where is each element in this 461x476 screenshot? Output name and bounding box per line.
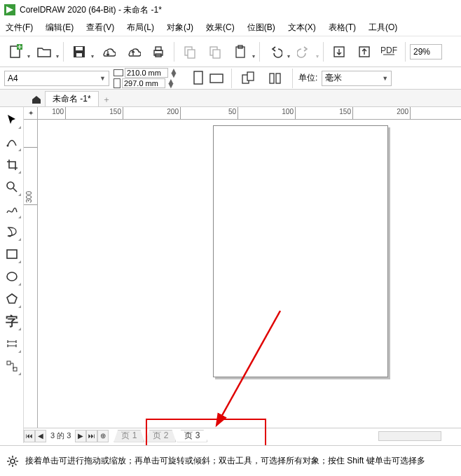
- doc-tabbar: 未命名 -1* ＋: [0, 90, 461, 107]
- menu-edit[interactable]: 编辑(E): [46, 22, 74, 34]
- doc-tab[interactable]: 未命名 -1*: [45, 91, 99, 106]
- chevron-down-icon[interactable]: ▾: [252, 53, 255, 59]
- next-page-button[interactable]: ▶: [75, 430, 86, 442]
- canvas[interactable]: ✦ 100 150 200 50 100 150 200 300: [24, 107, 461, 443]
- svg-rect-3: [76, 47, 83, 50]
- svg-rect-28: [13, 368, 17, 371]
- chevron-down-icon[interactable]: ▾: [316, 53, 319, 59]
- pages-facing-button[interactable]: [238, 67, 260, 90]
- toolbox: 字: [0, 107, 24, 443]
- cloud-down-button[interactable]: [97, 41, 119, 63]
- ruler-origin[interactable]: ✦: [24, 107, 38, 120]
- page-tab-3[interactable]: 页 3: [177, 430, 207, 442]
- import-button[interactable]: [328, 41, 350, 63]
- rectangle-tool[interactable]: [2, 244, 22, 264]
- new-button[interactable]: [4, 41, 27, 63]
- save-button[interactable]: [68, 41, 90, 63]
- home-icon[interactable]: [28, 92, 45, 106]
- zoom-combo[interactable]: 29%: [410, 44, 442, 59]
- pdf-button[interactable]: PDF: [378, 41, 401, 63]
- svg-point-24: [7, 182, 14, 189]
- add-page-button[interactable]: ⊕: [97, 430, 109, 442]
- prev-page-button[interactable]: ◀: [35, 430, 46, 442]
- landscape-button[interactable]: [209, 72, 226, 85]
- open-button[interactable]: [33, 41, 55, 63]
- svg-rect-4: [76, 53, 82, 57]
- last-page-button[interactable]: ⏭: [86, 430, 97, 442]
- portrait-button[interactable]: [192, 70, 205, 87]
- doc-tab-label: 未命名 -1*: [53, 93, 91, 105]
- connector-tool[interactable]: [2, 356, 22, 376]
- ellipse-tool[interactable]: [2, 267, 22, 286]
- svg-point-26: [7, 272, 17, 281]
- page-count: 3 的 3: [46, 430, 75, 441]
- pick-tool[interactable]: [2, 110, 22, 130]
- text-tool[interactable]: 字: [2, 312, 22, 331]
- unit-combo[interactable]: 毫米 ▼: [322, 71, 392, 86]
- gear-icon[interactable]: [6, 454, 20, 468]
- ruler-horizontal[interactable]: 100 150 200 50 100 150 200: [38, 107, 461, 120]
- svg-rect-22: [276, 74, 280, 83]
- chevron-down-icon[interactable]: ▾: [287, 53, 290, 59]
- width-icon: [113, 69, 123, 76]
- paper-size-combo[interactable]: A4 ▼: [4, 71, 109, 86]
- page-dimensions: ▲▼ ▲▼: [113, 68, 178, 88]
- menu-view[interactable]: 查看(V): [86, 22, 114, 34]
- page-width-input[interactable]: [125, 68, 168, 78]
- svg-rect-20: [247, 72, 254, 80]
- svg-rect-21: [270, 74, 274, 83]
- copy-button[interactable]: [179, 41, 201, 63]
- svg-rect-11: [213, 50, 220, 58]
- chevron-down-icon[interactable]: ▾: [27, 53, 30, 59]
- menu-tools[interactable]: 工具(O): [369, 22, 397, 34]
- standard-toolbar: ▾ ▾ ▾ ▾ ▾ ▾ PDF 29%: [0, 36, 461, 67]
- svg-rect-17: [194, 71, 202, 84]
- app-icon: [4, 4, 15, 15]
- page-tab-2[interactable]: 页 2: [145, 430, 176, 442]
- svg-text:PDF: PDF: [380, 46, 397, 55]
- window-title: CorelDRAW 2020 (64-Bit) - 未命名 -1*: [20, 4, 162, 16]
- h-scrollbar[interactable]: [378, 431, 441, 441]
- parallel-dim-tool[interactable]: [2, 334, 22, 354]
- menu-effect[interactable]: 效果(C): [206, 22, 235, 34]
- statusbar: 接着单击可进行拖动或缩放；再单击可旋转或倾斜；双击工具，可选择所有对象；按住 S…: [0, 445, 461, 476]
- menu-file[interactable]: 文件(F): [6, 22, 33, 34]
- menu-layout[interactable]: 布局(L): [127, 22, 154, 34]
- menu-object[interactable]: 对象(J): [167, 22, 193, 34]
- clipboard-button[interactable]: [229, 41, 252, 63]
- zoom-value: 29%: [413, 47, 430, 57]
- workspace: 字 ✦ 100 150 200 50 100 150 200 300: [0, 107, 461, 443]
- page-height-input[interactable]: [122, 78, 165, 88]
- add-doc-button[interactable]: ＋: [99, 92, 114, 106]
- page-tab-1[interactable]: 页 1: [113, 430, 144, 442]
- pages-all-button[interactable]: [264, 67, 287, 90]
- menu-text[interactable]: 文本(X): [288, 22, 316, 34]
- print-button[interactable]: [147, 41, 170, 63]
- artistic-tool[interactable]: [2, 222, 22, 241]
- menu-table[interactable]: 表格(T): [329, 22, 356, 34]
- paper-size-value: A4: [8, 74, 18, 83]
- svg-rect-27: [7, 361, 11, 365]
- menubar: 文件(F) 编辑(E) 查看(V) 布局(L) 对象(J) 效果(C) 位图(B…: [0, 20, 461, 36]
- chevron-down-icon[interactable]: ▾: [56, 53, 59, 59]
- chevron-down-icon[interactable]: ▾: [91, 53, 94, 59]
- redo-button[interactable]: [293, 41, 315, 63]
- page-preview: [213, 125, 388, 377]
- unit-value: 毫米: [325, 72, 342, 84]
- polygon-tool[interactable]: [2, 289, 22, 309]
- svg-rect-9: [188, 50, 195, 58]
- zoom-tool[interactable]: [2, 177, 22, 197]
- menu-bitmap[interactable]: 位图(B): [247, 22, 275, 34]
- cloud-up-button[interactable]: [122, 41, 144, 63]
- undo-button[interactable]: [264, 41, 287, 63]
- freehand-tool[interactable]: [2, 200, 22, 219]
- first-page-button[interactable]: ⏮: [24, 430, 35, 442]
- export-button[interactable]: [353, 41, 376, 63]
- paste-button[interactable]: [204, 41, 226, 63]
- svg-rect-6: [156, 47, 161, 50]
- height-icon: [113, 78, 121, 88]
- crop-tool[interactable]: [2, 155, 22, 174]
- ruler-vertical[interactable]: 300: [24, 120, 38, 443]
- shape-tool[interactable]: [2, 132, 22, 152]
- property-bar: A4 ▼ ▲▼ ▲▼ 单位: 毫米 ▼: [0, 67, 461, 90]
